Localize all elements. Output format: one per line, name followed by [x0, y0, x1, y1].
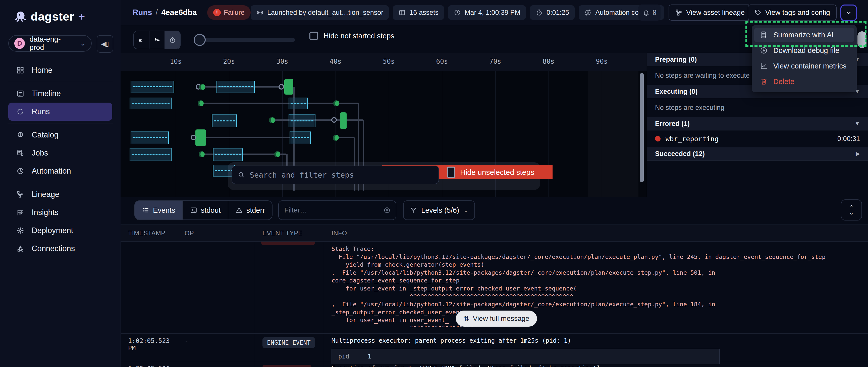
run-tag-chip: Mar 4, 1:00:39 PM — [448, 5, 526, 20]
dependency-line — [202, 103, 336, 104]
lineage-icon — [16, 190, 24, 198]
step-bar-pending[interactable] — [212, 114, 237, 127]
section-header-succeeded[interactable]: Succeeded (12)▶ — [647, 147, 868, 161]
view-asset-lineage-button[interactable]: View asset lineage — [669, 4, 751, 21]
hide-unselected-checkbox[interactable] — [447, 167, 455, 178]
sidebar-item-home[interactable]: Home — [0, 61, 121, 79]
sidebar-item-runs[interactable]: Runs — [8, 103, 112, 121]
expand-log-panel-button[interactable]: ⌃ ⌄ — [841, 199, 862, 221]
step-bar-pending[interactable] — [131, 81, 174, 93]
column-header: INFO — [332, 230, 347, 237]
stack-trace: Stack Trace: File "/usr/local/lib/python… — [332, 245, 868, 332]
log-filter-box — [278, 200, 396, 220]
assets-grid-icon — [398, 9, 406, 16]
step-bar-success[interactable] — [340, 112, 347, 129]
step-marker-success — [199, 151, 205, 157]
step-marker-success — [274, 151, 280, 157]
runs-icon — [16, 108, 24, 115]
step-marker-success — [333, 135, 339, 141]
workspace-switcher[interactable]: D data-eng-prod ⌄ — [8, 35, 92, 52]
step-marker — [331, 117, 337, 123]
timed-view-button[interactable] — [164, 31, 180, 49]
sidebar-item-automation[interactable]: Automation — [0, 162, 121, 180]
waterfall-view-button[interactable] — [149, 31, 164, 49]
sidebar-item-deployment[interactable]: Deployment — [0, 222, 121, 240]
step-duration: 0:00:31 — [837, 135, 860, 143]
flat-view-button[interactable] — [134, 31, 149, 49]
errored-step-row[interactable]: wbr_reporting0:00:31 — [647, 130, 868, 147]
step-bar-pending[interactable] — [288, 114, 315, 127]
zoom-slider-thumb[interactable] — [194, 34, 206, 46]
sidebar-item-insights[interactable]: Insights — [0, 203, 121, 222]
run-tag-chip: Launched by default_aut…tion_sensor — [251, 5, 389, 20]
tag-icon — [754, 9, 762, 16]
sidebar-item-lineage[interactable]: Lineage — [0, 186, 121, 203]
lineage-icon — [675, 9, 683, 16]
updown-icon: ⇅ — [463, 314, 469, 323]
broadcast-icon — [256, 9, 264, 16]
sidebar-item-timeline[interactable]: Timeline — [0, 85, 121, 103]
automation-icon — [584, 9, 592, 16]
jobs-icon — [16, 149, 24, 157]
sidebar-item-label: Automation — [32, 167, 71, 176]
section-header-errored[interactable]: Errored (1)▼ — [647, 117, 868, 130]
brand-plus: + — [78, 9, 85, 23]
zoom-slider[interactable] — [195, 38, 295, 42]
step-bar-pending[interactable] — [288, 98, 308, 109]
event-log-header: TIMESTAMPOPEVENT TYPEINFO — [121, 225, 868, 241]
step-search-input[interactable] — [249, 170, 426, 179]
step-bar-pending[interactable] — [130, 148, 172, 161]
sidebar-item-catalog[interactable]: Catalog — [0, 126, 121, 144]
event-type-badge: RUN_FAILURE — [262, 365, 311, 367]
step-bar-pending[interactable] — [213, 148, 243, 161]
step-bar-pending[interactable] — [289, 131, 311, 144]
clear-filter-icon[interactable] — [383, 206, 391, 214]
gantt-time-axis: 10s20s30s40s50s60s70s80s90s — [121, 53, 647, 71]
breadcrumb: Runs / 4eae6dba — [133, 0, 197, 25]
error-dot-icon — [655, 136, 660, 141]
run-id: 4eae6dba — [161, 8, 197, 17]
event-info: Execution of run for "__ASSET_JOB" faile… — [332, 365, 868, 367]
sidebar-item-label: Insights — [32, 208, 59, 217]
view-tags-config-button[interactable]: View tags and config — [748, 4, 837, 21]
dagster-logo: dagster + — [14, 9, 85, 23]
sidebar-item-label: Lineage — [32, 190, 59, 199]
notifications-button[interactable]: 0 — [639, 4, 660, 21]
step-marker — [191, 135, 196, 140]
step-marker-success — [269, 117, 275, 123]
flat-list-icon — [137, 36, 145, 44]
sidebar-item-connections[interactable]: Connections — [0, 240, 121, 258]
sidebar-item-label: Runs — [32, 107, 50, 116]
tab-events[interactable]: Events — [135, 201, 182, 220]
chevron-down-icon: ⌄ — [80, 40, 86, 47]
step-bar-success[interactable] — [195, 129, 206, 146]
waterfall-icon — [153, 36, 161, 44]
stopwatch-icon — [169, 36, 176, 44]
failure-icon: ! — [213, 9, 221, 16]
sidebar-item-jobs[interactable]: Jobs — [0, 144, 121, 162]
gantt-scrollbar[interactable] — [640, 73, 644, 182]
axis-tick: 70s — [490, 58, 501, 65]
step-bar-success[interactable] — [284, 79, 293, 95]
gantt-mode-toggle — [133, 31, 181, 49]
menu-item-view-container-metrics[interactable]: View container metrics — [754, 59, 854, 73]
step-marker-success — [333, 100, 339, 106]
view-full-message-button[interactable]: ⇅ View full message — [456, 310, 537, 327]
log-filter-input[interactable] — [284, 206, 380, 214]
sidebar-collapse-button[interactable]: ◀▯ — [97, 35, 113, 53]
caret-icon: ▼ — [855, 121, 860, 127]
levels-dropdown[interactable]: Levels (5/6) ⌄ — [403, 200, 475, 220]
step-bar-pending[interactable] — [217, 81, 255, 93]
run-actions-dropdown-button[interactable] — [840, 4, 857, 21]
tab-stderr[interactable]: stderr — [228, 201, 272, 220]
run-tag-chip: 0:01:25 — [530, 5, 575, 20]
sidebar-divider — [7, 123, 113, 124]
step-bar-pending[interactable] — [131, 131, 169, 144]
breadcrumb-runs-link[interactable]: Runs — [133, 8, 152, 17]
menu-item-delete[interactable]: Delete — [754, 74, 854, 89]
chevron-down-icon: ⌄ — [849, 210, 854, 215]
hide-not-started-checkbox[interactable] — [309, 32, 318, 40]
dependency-line — [206, 137, 289, 138]
step-bar-pending[interactable] — [130, 98, 172, 109]
tab-stdout[interactable]: stdout — [182, 201, 228, 220]
